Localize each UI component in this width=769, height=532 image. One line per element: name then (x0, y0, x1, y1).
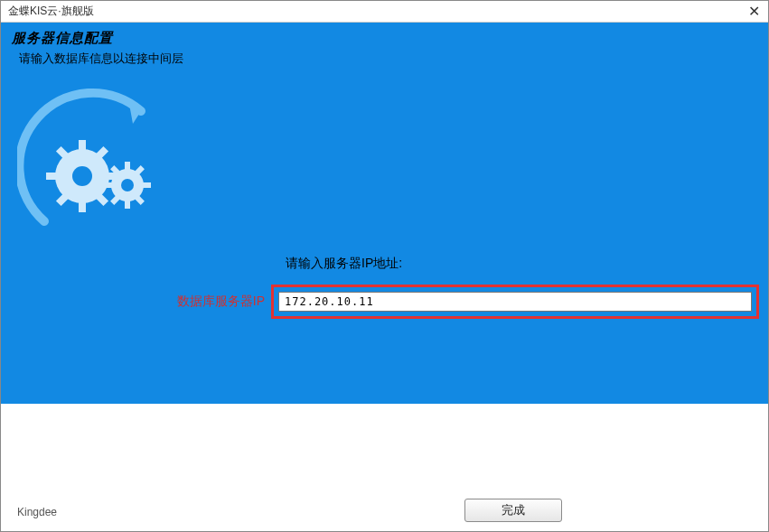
ip-field-row: 数据库服务器IP (102, 285, 759, 319)
svg-rect-4 (46, 173, 57, 180)
brand-label: Kingdee (17, 506, 57, 518)
close-icon[interactable]: ✕ (745, 3, 763, 21)
content-panel: 服务器信息配置 请输入数据库信息以连接中间层 (1, 23, 768, 404)
svg-rect-15 (143, 182, 151, 188)
finish-button[interactable]: 完成 (464, 499, 562, 522)
svg-point-20 (121, 179, 134, 191)
footer-panel: Kingdee 完成 (1, 404, 768, 531)
svg-rect-3 (79, 201, 86, 212)
page-title: 服务器信息配置 (12, 30, 757, 47)
dialog-window: 金蝶KIS云·旗舰版 ✕ 服务器信息配置 请输入数据库信息以连接中间层 (0, 0, 769, 532)
svg-rect-13 (125, 201, 130, 209)
page-subtitle: 请输入数据库信息以连接中间层 (19, 51, 757, 67)
svg-rect-2 (79, 140, 86, 151)
gear-swoosh-icon (17, 86, 180, 248)
highlight-annotation (271, 285, 759, 319)
svg-rect-12 (125, 162, 130, 170)
ip-field-label: 数据库服务器IP (102, 294, 274, 310)
server-ip-input[interactable] (278, 292, 752, 312)
window-title: 金蝶KIS云·旗舰版 (8, 4, 94, 19)
svg-rect-14 (104, 182, 112, 188)
svg-point-10 (72, 166, 92, 186)
ip-prompt-label: 请输入服务器IP地址: (286, 256, 402, 272)
titlebar: 金蝶KIS云·旗舰版 ✕ (1, 1, 768, 23)
